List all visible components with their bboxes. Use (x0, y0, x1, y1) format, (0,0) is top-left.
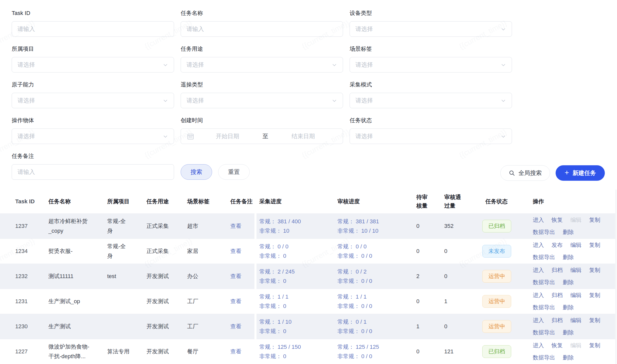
filter-task-name: 任务名称 (181, 10, 343, 37)
status-badge: 运营中 (482, 295, 511, 308)
cell-review-progress: 常规： 1 / 1非常规： 0 / 0 (337, 292, 416, 311)
filter-label: 任务状态 (350, 117, 512, 123)
cell-scene-tag: 家居 (187, 246, 225, 256)
teleop-type-select[interactable]: 请选择 (181, 93, 343, 108)
action-link[interactable]: 数据导出 (533, 252, 555, 262)
end-date-placeholder[interactable]: 结束日期 (270, 132, 337, 140)
table-row: 1231 生产测试_op 开发测试 工厂 查看 (0, 289, 254, 314)
action-link[interactable]: 数据导出 (533, 353, 555, 362)
action-link[interactable]: 恢复 (552, 215, 563, 225)
view-remark-link[interactable]: 查看 (230, 348, 242, 355)
filter-label: 场景标签 (350, 46, 512, 52)
action-link[interactable]: 数据导出 (533, 278, 555, 287)
cell-task-name: 生产测试 (48, 322, 107, 331)
action-link[interactable]: 删除 (563, 278, 574, 287)
cell-purpose: 开发测试 (146, 322, 187, 331)
action-link[interactable]: 数据导出 (533, 328, 555, 337)
cell-actions: 进入归档编辑复制数据导出删除 (533, 316, 614, 337)
device-type-select[interactable]: 请选择 (350, 21, 512, 37)
action-link[interactable]: 复制 (589, 215, 600, 225)
cell-collect-progress: 常规： 1 / 1非常规： 0 (256, 292, 337, 311)
cell-scene-tag: 超市 (187, 221, 225, 231)
project-select[interactable]: 请选择 (12, 57, 174, 72)
action-link[interactable]: 发布 (552, 240, 563, 250)
cell-pending-review: 2 (416, 271, 444, 281)
filter-label: 任务备注 (12, 153, 174, 159)
date-range-picker[interactable]: 开始日期 至 结束日期 (181, 129, 343, 144)
action-link[interactable]: 进入 (533, 240, 544, 250)
action-link[interactable]: 编辑 (570, 240, 581, 250)
cell-task-id: 1232 (0, 271, 48, 281)
column-header-task-id: Task ID (0, 197, 48, 206)
action-link[interactable]: 归档 (552, 265, 563, 275)
cell-review-passed: 0 (444, 322, 482, 331)
task-id-input[interactable] (18, 26, 168, 32)
action-link[interactable]: 复制 (589, 290, 600, 300)
view-remark-link[interactable]: 查看 (230, 223, 242, 229)
action-link[interactable]: 进入 (533, 215, 544, 225)
action-link[interactable]: 复制 (589, 341, 600, 350)
task-status-select[interactable]: 请选择 (350, 129, 512, 144)
select-placeholder: 请选择 (355, 61, 501, 69)
action-link[interactable]: 删除 (563, 252, 574, 262)
select-placeholder: 请选择 (186, 97, 332, 104)
create-task-button[interactable]: + 新建任务 (556, 165, 605, 181)
task-remark-input[interactable] (18, 169, 168, 175)
action-link[interactable]: 进入 (533, 290, 544, 300)
action-link[interactable]: 恢复 (552, 341, 563, 350)
cell-actions: 进入归档编辑复制数据导出删除 (533, 265, 614, 287)
status-badge: 运营中 (482, 270, 511, 283)
action-link[interactable]: 删除 (563, 353, 574, 362)
search-button[interactable]: 搜索 (181, 164, 212, 180)
action-link[interactable]: 复制 (589, 240, 600, 250)
collect-mode-select[interactable]: 请选择 (350, 93, 512, 108)
column-header-review-progress: 审核进度 (337, 197, 416, 206)
action-link[interactable]: 归档 (552, 290, 563, 300)
filter-device-type: 设备类型 请选择 (350, 10, 512, 37)
cell-scene-tag: 工厂 (187, 297, 225, 306)
action-link[interactable]: 删除 (563, 328, 574, 337)
select-placeholder: 请选择 (355, 97, 501, 104)
operate-object-select[interactable]: 请选择 (12, 129, 174, 144)
view-remark-link[interactable]: 查看 (230, 248, 242, 254)
scene-tag-select[interactable]: 请选择 (350, 57, 512, 72)
cell-pending-review: 0 (416, 221, 444, 231)
action-link[interactable]: 删除 (563, 227, 574, 237)
global-search-button[interactable]: 全局搜索 (500, 165, 550, 181)
action-link[interactable]: 进入 (533, 316, 544, 325)
action-link[interactable]: 进入 (533, 265, 544, 275)
cell-purpose: 开发测试 (146, 271, 187, 281)
filter-task-id: Task ID (12, 10, 174, 37)
filter-label: 创建时间 (181, 117, 343, 123)
cell-task-id: 1230 (0, 322, 48, 331)
action-link[interactable]: 复制 (589, 316, 600, 325)
view-remark-link[interactable]: 查看 (230, 323, 242, 330)
cell-pending-review: 0 (416, 297, 444, 306)
action-link[interactable]: 复制 (589, 265, 600, 275)
chevron-down-icon (163, 134, 168, 139)
view-remark-link[interactable]: 查看 (230, 298, 242, 304)
start-date-placeholder[interactable]: 开始日期 (194, 132, 261, 140)
action-link[interactable]: 编辑 (570, 290, 581, 300)
cell-review-progress: 常规： 125 / 125非常规： 0 / 0 (337, 342, 416, 361)
date-separator: 至 (263, 132, 268, 140)
column-header-scene-tag: 场景标签 (187, 197, 225, 206)
action-link[interactable]: 进入 (533, 341, 544, 350)
action-link[interactable]: 数据导出 (533, 227, 555, 237)
purpose-select[interactable]: 请选择 (181, 57, 343, 72)
action-link[interactable]: 数据导出 (533, 303, 555, 312)
view-remark-link[interactable]: 查看 (230, 273, 242, 279)
filter-task-status: 任务状态 请选择 (350, 117, 512, 144)
reset-button[interactable]: 重置 (218, 164, 250, 180)
action-link[interactable]: 编辑 (570, 265, 581, 275)
atomic-ability-select[interactable]: 请选择 (12, 93, 174, 108)
action-link[interactable]: 删除 (563, 303, 574, 312)
task-name-input[interactable] (186, 26, 337, 32)
cell-review-progress: 常规： 0 / 1非常规： 0 / 0 (337, 317, 416, 336)
table-scrollbar-track[interactable] (616, 190, 616, 364)
filter-label: 任务用途 (181, 46, 343, 52)
action-link[interactable]: 编辑 (570, 316, 581, 325)
filter-actions: 搜索 重置 (181, 164, 343, 180)
cell-project: 常规-全 身 (107, 216, 146, 236)
action-link[interactable]: 归档 (552, 316, 563, 325)
